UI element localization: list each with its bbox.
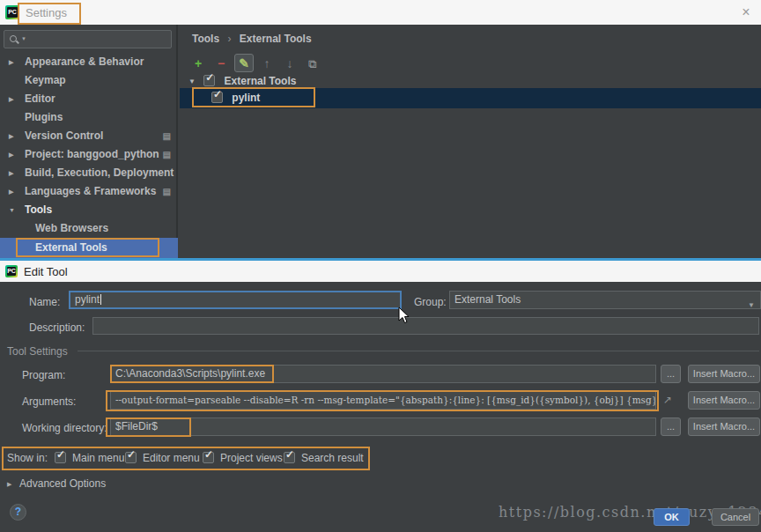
breadcrumb-separator: › — [227, 33, 231, 45]
project-config-badge-icon: ▤ — [163, 145, 171, 164]
search-icon-tail — [16, 41, 19, 44]
search-history-caret-icon: ▼ — [21, 36, 26, 41]
expand-field-icon[interactable]: ↗ — [663, 394, 672, 406]
arguments-label: Arguments: — [22, 395, 76, 408]
sidebar-item-label: Project: banggood_python — [25, 148, 159, 160]
search-input[interactable]: ▼ — [4, 30, 172, 48]
workdir-insert-macro-button[interactable]: Insert Macro... — [688, 417, 760, 436]
screen: PC Settings × ▼ ▶ Appearance & Behavior … — [0, 0, 761, 532]
edit-tool-titlebar: PC Edit Tool — [0, 261, 761, 282]
chevron-right-icon: ▶ — [9, 145, 13, 164]
sidebar-item-web-browsers[interactable]: Web Browsers — [0, 219, 178, 238]
sidebar-item-editor[interactable]: ▶ Editor — [0, 90, 178, 108]
group-checkbox[interactable]: ✓ — [203, 75, 215, 86]
sidebar-item-label: Build, Execution, Deployment — [25, 166, 174, 179]
group-label: Group: — [414, 296, 447, 308]
check-icon: ✓ — [205, 72, 214, 84]
chevron-right-icon: ▶ — [9, 53, 13, 71]
program-insert-macro-button[interactable]: Insert Macro... — [688, 365, 760, 383]
advanced-options-label: Advanced Options — [19, 477, 106, 490]
sidebar-item-appearance-behavior[interactable]: ▶ Appearance & Behavior — [0, 53, 178, 71]
remove-tool-button[interactable]: − — [211, 54, 231, 72]
pycharm-logo-text: PC — [7, 268, 16, 274]
sidebar-item-keymap[interactable]: Keymap — [0, 71, 178, 90]
sidebar-item-label: Version Control — [25, 129, 103, 142]
text-cursor — [100, 294, 101, 305]
close-icon[interactable]: × — [738, 4, 754, 20]
sidebar-item-label: Web Browsers — [35, 222, 108, 234]
chevron-right-icon: ▶ — [9, 90, 13, 108]
annotation-program-value — [110, 365, 274, 383]
sidebar-items: ▶ Appearance & Behavior Keymap ▶ Editor … — [0, 53, 178, 258]
annotation-workdir-value — [106, 417, 191, 437]
edit-tool-title: Edit Tool — [24, 265, 68, 278]
tools-toolbar: + − ✎ ↑ ↓ ⧉ — [188, 54, 322, 72]
group-select[interactable]: External Tools ▼ — [449, 291, 761, 309]
move-down-button[interactable]: ↓ — [280, 54, 299, 72]
tree-group-external-tools[interactable]: ▼ ✓ External Tools — [180, 74, 761, 88]
settings-window: PC Settings × ▼ ▶ Appearance & Behavior … — [0, 0, 761, 258]
tool-settings-separator — [78, 351, 759, 351]
annotation-arguments-field — [106, 390, 659, 411]
chevron-right-icon: ▶ — [7, 481, 11, 487]
ok-button[interactable]: OK — [654, 508, 690, 526]
program-browse-button[interactable]: ... — [661, 365, 681, 383]
edit-tool-button[interactable]: ✎ — [234, 54, 254, 72]
chevron-right-icon: ▶ — [9, 182, 13, 201]
advanced-options-toggle[interactable]: ▶ Advanced Options — [7, 477, 106, 490]
description-input[interactable] — [92, 317, 759, 335]
chevron-down-icon: ▼ — [9, 201, 15, 219]
settings-titlebar: PC Settings × — [0, 0, 761, 25]
name-input[interactable]: pylint — [69, 291, 402, 309]
tree-group-label: External Tools — [225, 75, 297, 87]
sidebar-item-build-execution-deployment[interactable]: ▶ Build, Execution, Deployment — [0, 164, 178, 182]
group-value: External Tools — [454, 293, 521, 306]
annotation-show-in-row — [2, 447, 370, 470]
sidebar-item-tools[interactable]: ▼ Tools — [0, 201, 178, 219]
sidebar-item-label: Plugins — [25, 111, 63, 123]
working-directory-label: Working directory: — [22, 422, 107, 434]
name-value: pylint — [75, 293, 100, 306]
add-tool-button[interactable]: + — [188, 54, 208, 72]
program-label: Program: — [22, 369, 65, 381]
settings-sidebar: ▼ ▶ Appearance & Behavior Keymap ▶ Edito… — [0, 25, 178, 258]
chevron-right-icon: ▶ — [9, 127, 13, 145]
arguments-insert-macro-button[interactable]: Insert Macro... — [688, 391, 760, 410]
working-directory-input[interactable]: $FileDir$ — [110, 417, 656, 436]
workdir-browse-button[interactable]: ... — [661, 417, 681, 436]
copy-tool-button[interactable]: ⧉ — [303, 54, 322, 72]
external-tools-panel: Tools › External Tools + − ✎ ↑ ↓ ⧉ ▼ ✓ E… — [180, 25, 761, 258]
move-up-button[interactable]: ↑ — [257, 54, 277, 72]
pycharm-logo-text: PC — [8, 9, 17, 15]
sidebar-item-label: Tools — [25, 203, 52, 216]
project-config-badge-icon: ▤ — [163, 127, 171, 145]
breadcrumb-tools[interactable]: Tools — [192, 33, 219, 45]
annotation-pylint-row — [192, 87, 315, 107]
project-config-badge-icon: ▤ — [163, 182, 171, 201]
description-label: Description: — [29, 321, 85, 334]
sidebar-item-label: Keymap — [25, 74, 66, 86]
dropdown-arrow-icon: ▼ — [748, 297, 755, 309]
sidebar-item-project-banggood-python[interactable]: ▶ Project: banggood_python ▤ — [0, 145, 178, 164]
chevron-right-icon: ▶ — [9, 164, 13, 182]
breadcrumb-external-tools[interactable]: External Tools — [240, 33, 312, 45]
help-button[interactable]: ? — [10, 504, 26, 521]
annotation-sidebar-external-tools — [16, 238, 159, 257]
tool-settings-section-label: Tool Settings — [7, 345, 68, 358]
name-label: Name: — [29, 296, 60, 308]
sidebar-item-languages-frameworks[interactable]: ▶ Languages & Frameworks ▤ — [0, 182, 178, 201]
sidebar-item-plugins[interactable]: Plugins — [0, 108, 178, 127]
mouse-cursor — [398, 307, 410, 324]
sidebar-item-label: Editor — [25, 92, 55, 105]
sidebar-item-label: Languages & Frameworks — [25, 185, 156, 197]
breadcrumb: Tools › External Tools — [192, 33, 312, 45]
annotation-settings-title — [18, 3, 81, 25]
tree-expand-icon[interactable]: ▼ — [188, 78, 196, 85]
sidebar-item-version-control[interactable]: ▶ Version Control ▤ — [0, 127, 178, 145]
pycharm-logo-icon: PC — [5, 265, 18, 277]
sidebar-item-label: Appearance & Behavior — [25, 55, 144, 68]
cancel-button[interactable]: Cancel — [712, 508, 759, 526]
